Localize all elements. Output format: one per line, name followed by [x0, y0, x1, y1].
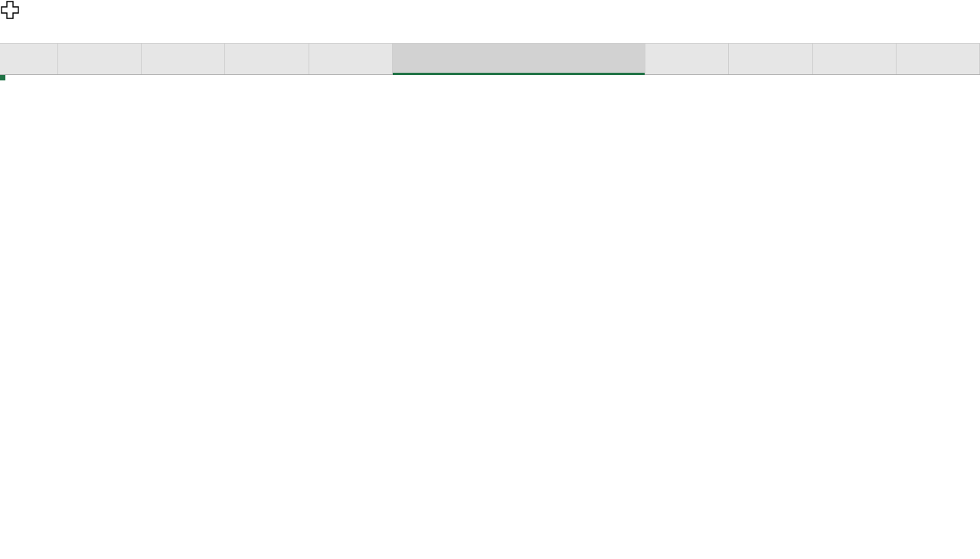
column-header-E[interactable]: [0, 44, 58, 74]
cell-select-cursor-icon: [0, 0, 20, 20]
column-header-L[interactable]: [729, 44, 812, 74]
spreadsheet-grid[interactable]: [0, 75, 980, 559]
fill-handle[interactable]: [0, 75, 5, 80]
column-header-N[interactable]: [897, 44, 980, 74]
column-header-F[interactable]: [58, 44, 142, 74]
column-header-K[interactable]: [645, 44, 729, 74]
column-header-I[interactable]: [309, 44, 393, 74]
column-header-G[interactable]: [142, 44, 225, 74]
column-header-H[interactable]: [225, 44, 309, 74]
column-header-M[interactable]: [813, 44, 897, 74]
column-header-J[interactable]: [393, 44, 645, 74]
active-cell-selection: [0, 75, 5, 80]
column-header-bar: [0, 43, 980, 75]
